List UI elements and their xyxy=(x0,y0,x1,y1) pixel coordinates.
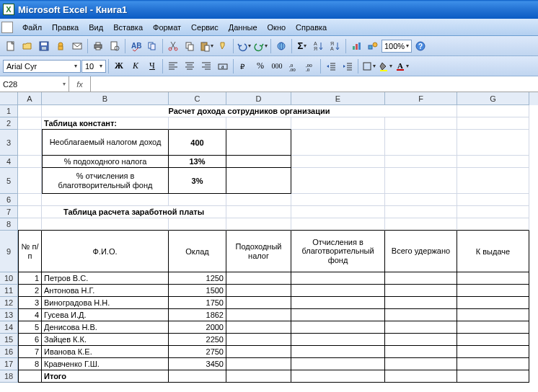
cell[interactable] xyxy=(291,168,385,194)
cell[interactable] xyxy=(291,321,385,334)
cell[interactable] xyxy=(385,309,457,321)
cell-header-tax[interactable]: Подоходный налог xyxy=(226,231,291,272)
cell[interactable]: % отчисления в благотворительный фонд xyxy=(42,168,169,194)
cell-header-oklad[interactable]: Оклад xyxy=(169,231,226,272)
cell[interactable] xyxy=(169,117,226,130)
format-painter-button[interactable] xyxy=(215,38,231,54)
row-header[interactable]: 11 xyxy=(0,285,18,297)
cell[interactable]: Таблица расчета заработной платы xyxy=(42,206,226,218)
menu-data[interactable]: Данные xyxy=(224,22,263,33)
cell[interactable] xyxy=(226,309,291,321)
cell[interactable] xyxy=(291,285,385,297)
row-header[interactable]: 6 xyxy=(0,194,18,206)
fill-color-button[interactable]: ▾ xyxy=(377,58,393,74)
cell[interactable] xyxy=(385,206,457,218)
cell[interactable]: 2250 xyxy=(169,334,226,346)
redo-button[interactable]: ▾ xyxy=(252,38,268,54)
cell[interactable]: 1750 xyxy=(169,297,226,309)
cell[interactable]: Кравченко Г.Ш. xyxy=(42,358,169,370)
help-button[interactable]: ? xyxy=(413,38,428,54)
cell[interactable] xyxy=(18,105,42,117)
cell[interactable] xyxy=(226,358,291,370)
cell[interactable] xyxy=(457,130,529,156)
cell[interactable] xyxy=(385,194,457,206)
cell[interactable] xyxy=(457,370,529,383)
cell[interactable]: 6 xyxy=(18,334,42,346)
font-combo[interactable]: Arial Cyr▾ xyxy=(3,60,81,73)
cut-button[interactable] xyxy=(165,38,181,54)
cell[interactable] xyxy=(18,218,42,231)
cell[interactable] xyxy=(291,370,385,383)
cell[interactable] xyxy=(291,206,385,218)
cell[interactable] xyxy=(291,297,385,309)
spelling-button[interactable]: ABC xyxy=(128,38,144,54)
cell[interactable] xyxy=(226,117,291,130)
undo-button[interactable]: ▾ xyxy=(236,38,252,54)
underline-button[interactable]: Ч xyxy=(144,58,160,74)
name-box[interactable]: C28▾ xyxy=(0,76,69,92)
cell[interactable] xyxy=(169,218,226,231)
cell[interactable] xyxy=(385,117,457,130)
permission-button[interactable] xyxy=(53,38,69,54)
font-size-combo[interactable]: 10▾ xyxy=(81,60,106,73)
col-header-G[interactable]: G xyxy=(457,92,529,105)
cell-title[interactable]: Расчет дохода сотрудников организации xyxy=(42,105,457,117)
cell[interactable] xyxy=(291,194,385,206)
increase-decimal-button[interactable]: ,0,00 xyxy=(286,58,301,74)
cell[interactable] xyxy=(457,272,529,285)
cell[interactable] xyxy=(457,168,529,194)
cell[interactable] xyxy=(457,194,529,206)
row-header[interactable]: 3 xyxy=(0,130,18,156)
cell-total[interactable]: Итого xyxy=(42,370,169,383)
cell[interactable]: 4 xyxy=(18,309,42,321)
cell[interactable] xyxy=(457,334,529,346)
cell[interactable] xyxy=(226,168,291,194)
cell[interactable]: Денисова Н.В. xyxy=(42,321,169,334)
cell[interactable] xyxy=(226,194,291,206)
menu-file[interactable]: Файл xyxy=(17,22,47,33)
row-header[interactable]: 2 xyxy=(0,117,18,130)
cell[interactable] xyxy=(291,346,385,358)
cell[interactable]: Гусева И.Д. xyxy=(42,309,169,321)
col-header-D[interactable]: D xyxy=(226,92,291,105)
merge-center-button[interactable]: a xyxy=(215,58,231,74)
research-button[interactable] xyxy=(144,38,160,54)
cell[interactable]: Необлагаемый налогом доход xyxy=(42,130,169,156)
spreadsheet-grid[interactable]: A B C D E F G 1 Расчет дохода сотруднико… xyxy=(0,92,538,383)
cell[interactable] xyxy=(291,272,385,285)
cell[interactable] xyxy=(42,218,169,231)
cell[interactable] xyxy=(457,297,529,309)
sort-desc-button[interactable]: ЯА xyxy=(327,38,343,54)
col-header-F[interactable]: F xyxy=(385,92,457,105)
cell[interactable]: 13% xyxy=(169,156,226,168)
cell[interactable] xyxy=(18,206,42,218)
email-button[interactable] xyxy=(69,38,85,54)
decrease-decimal-button[interactable]: ,00,0 xyxy=(302,58,318,74)
row-header[interactable]: 9 xyxy=(0,231,18,272)
cell[interactable] xyxy=(291,334,385,346)
cell[interactable]: Иванова К.Е. xyxy=(42,346,169,358)
cell[interactable] xyxy=(169,370,226,383)
cell[interactable] xyxy=(291,117,385,130)
col-header-C[interactable]: C xyxy=(169,92,226,105)
row-header[interactable]: 5 xyxy=(0,168,18,194)
cell[interactable] xyxy=(457,206,529,218)
cell[interactable] xyxy=(457,309,529,321)
cell[interactable] xyxy=(42,194,169,206)
drawing-button[interactable] xyxy=(365,38,381,54)
cell[interactable] xyxy=(291,309,385,321)
chart-wizard-button[interactable] xyxy=(348,38,364,54)
cell[interactable] xyxy=(226,334,291,346)
copy-button[interactable] xyxy=(182,38,198,54)
cell[interactable] xyxy=(457,218,529,231)
font-color-button[interactable]: A▾ xyxy=(394,58,410,74)
row-header[interactable]: 10 xyxy=(0,272,18,285)
cell[interactable]: 1500 xyxy=(169,285,226,297)
align-right-button[interactable] xyxy=(198,58,214,74)
cell[interactable]: 7 xyxy=(18,346,42,358)
cell[interactable]: 8 xyxy=(18,358,42,370)
cell[interactable]: Петров В.С. xyxy=(42,272,169,285)
comma-button[interactable]: 000 xyxy=(269,58,285,74)
menu-help[interactable]: Справка xyxy=(291,22,332,33)
cell-header-fio[interactable]: Ф.И.О. xyxy=(42,231,169,272)
